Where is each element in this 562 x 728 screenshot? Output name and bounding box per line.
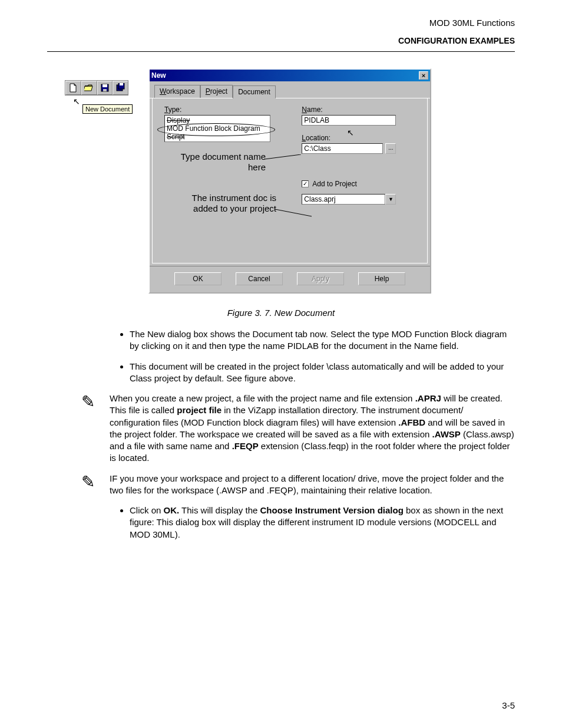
new-document-icon xyxy=(69,83,77,93)
type-label: Type: xyxy=(164,106,300,114)
bullet-item: Click on OK. This will display the Choos… xyxy=(130,505,509,541)
dialog-titlebar: New × xyxy=(150,70,430,81)
list-item[interactable]: Script xyxy=(166,133,269,141)
tab-project[interactable]: Project xyxy=(200,85,233,98)
new-doc-button[interactable] xyxy=(65,81,81,95)
svg-line-7 xyxy=(275,209,312,216)
body-text: Click on OK. This will display the Choos… xyxy=(106,505,509,541)
header-section: CONFIGURATION EXAMPLES xyxy=(47,36,515,45)
header-rule xyxy=(47,51,515,52)
name-field[interactable]: PIDLAB xyxy=(302,115,396,126)
open-folder-icon xyxy=(84,84,94,92)
cursor-icon: ↖ xyxy=(347,128,354,137)
svg-rect-1 xyxy=(103,84,107,87)
header-title: MOD 30ML Functions xyxy=(47,18,515,28)
tooltip: New Document xyxy=(82,104,133,114)
save-all-button[interactable] xyxy=(113,81,128,95)
save-button[interactable] xyxy=(97,81,113,95)
close-icon: × xyxy=(422,72,425,79)
note-block: ✎ When you create a new project, a file … xyxy=(47,393,515,465)
save-all-icon xyxy=(116,83,125,93)
tab-row: Workspace Project Document xyxy=(150,81,430,98)
cursor-icon: ↖ xyxy=(73,97,80,106)
tab-document[interactable]: Document xyxy=(233,85,276,98)
dialog-body: Type: Display MOD Function Block Diagram… xyxy=(152,98,428,263)
chevron-down-icon: ▼ xyxy=(388,196,394,202)
open-button[interactable] xyxy=(81,81,97,95)
dialog-title: New xyxy=(151,71,166,80)
type-listbox[interactable]: Display MOD Function Block Diagram Scrip… xyxy=(164,115,270,142)
page-number: 3-5 xyxy=(502,700,515,710)
body-text: The New dialog box shows the Document ta… xyxy=(106,328,509,384)
list-item[interactable]: MOD Function Block Diagram xyxy=(166,124,269,133)
annotation-line xyxy=(265,154,306,164)
save-floppy-icon xyxy=(101,84,109,92)
toolbar-snippet: ↖ New Document xyxy=(65,80,141,95)
dropdown-button[interactable]: ▼ xyxy=(385,194,396,205)
apply-button[interactable]: Apply xyxy=(297,272,344,285)
dialog-button-row: OK Cancel Apply Help xyxy=(150,266,430,292)
cancel-button[interactable]: Cancel xyxy=(236,272,283,285)
ok-button[interactable]: OK xyxy=(174,272,222,285)
name-label: Name: xyxy=(302,106,408,114)
svg-rect-5 xyxy=(120,83,123,85)
annotation-line xyxy=(275,205,316,222)
figure-area: ↖ New Document New × Workspace Project D… xyxy=(47,68,515,294)
location-label: Location: xyxy=(302,134,408,142)
toolbar xyxy=(65,80,128,95)
help-button[interactable]: Help xyxy=(358,272,405,285)
note-block: ✎ IF you move your workspace and project… xyxy=(47,473,515,497)
note-text: When you create a new project, a file wi… xyxy=(110,393,515,465)
annotation-text: The instrument doc is added to your proj… xyxy=(188,193,276,214)
add-to-project-checkbox[interactable]: ✓ xyxy=(302,180,309,187)
tab-workspace[interactable]: Workspace xyxy=(154,85,200,98)
pencil-icon: ✎ xyxy=(81,473,110,497)
figure-caption: Figure 3. 7. New Document xyxy=(47,308,515,318)
location-field[interactable]: C:\Class xyxy=(302,143,383,154)
browse-button[interactable]: ... xyxy=(385,143,396,154)
list-item[interactable]: Display xyxy=(166,116,269,124)
new-dialog: New × Workspace Project Document Type: D… xyxy=(148,68,431,294)
project-combo[interactable]: Class.aprj ▼ xyxy=(302,194,396,205)
close-button[interactable]: × xyxy=(419,71,428,80)
annotation-text: Type document name here xyxy=(177,151,266,173)
svg-rect-2 xyxy=(103,89,107,91)
add-to-project-label: Add to Project xyxy=(312,180,356,188)
bullet-item: The New dialog box shows the Document ta… xyxy=(130,328,509,353)
project-combo-value: Class.aprj xyxy=(302,194,385,205)
bullet-item: This document will be created in the pro… xyxy=(130,361,509,385)
note-text: IF you move your workspace and project t… xyxy=(110,473,515,497)
svg-line-6 xyxy=(265,154,301,159)
pencil-icon: ✎ xyxy=(81,393,110,465)
